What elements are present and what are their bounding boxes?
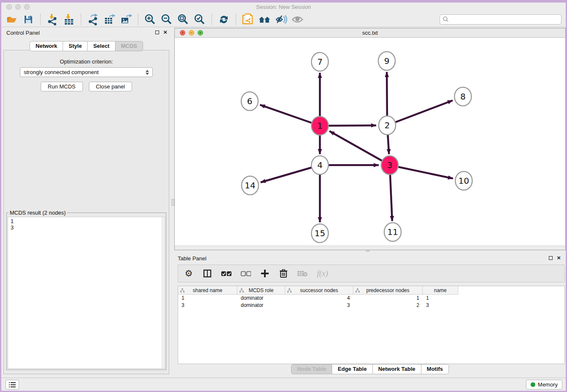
toolbar-separator: [81, 14, 81, 25]
settings-gear-icon[interactable]: ⚙: [184, 268, 193, 279]
node-2[interactable]: 2: [379, 116, 396, 135]
close-panel-button[interactable]: Close panel: [89, 82, 132, 91]
task-history-button[interactable]: [6, 380, 19, 389]
table-cell[interactable]: 1: [353, 295, 423, 302]
mcds-panel: Optimization criterion: strongly connect…: [3, 50, 169, 374]
optimization-criterion-select[interactable]: strongly connected component: [20, 67, 153, 77]
column-header-predecessor-nodes[interactable]: predecessor nodes: [353, 286, 423, 295]
tab-mcds[interactable]: MCDS: [116, 41, 143, 51]
tab-node-table[interactable]: Node Table: [291, 364, 332, 374]
node-table[interactable]: shared nameMCDS rolesuccessor nodesprede…: [178, 286, 565, 364]
float-panel-icon[interactable]: [155, 30, 159, 34]
close-table-panel-icon[interactable]: ×: [557, 255, 561, 260]
close-panel-icon[interactable]: ×: [163, 30, 167, 35]
node-11[interactable]: 11: [384, 223, 401, 241]
show-column-panel-icon[interactable]: [203, 268, 212, 279]
import-table-icon[interactable]: [63, 13, 75, 26]
table-cell[interactable]: 4: [285, 295, 353, 302]
table-cell[interactable]: dominator: [237, 302, 285, 309]
create-column-icon[interactable]: [260, 268, 270, 279]
tab-style[interactable]: Style: [63, 41, 88, 51]
export-table-icon[interactable]: [103, 13, 116, 26]
show-all-icon: [291, 13, 304, 26]
table-cell[interactable]: 3: [423, 302, 458, 309]
export-network-icon[interactable]: [87, 13, 99, 26]
node-4[interactable]: 4: [311, 156, 328, 174]
column-header-shared-name[interactable]: shared name: [178, 286, 237, 295]
vertical-splitter[interactable]: [171, 27, 174, 375]
edge-1-6[interactable]: [260, 105, 320, 126]
search-box[interactable]: [440, 14, 561, 25]
table-cell[interactable]: 3: [285, 302, 353, 309]
column-header-name[interactable]: name: [423, 286, 458, 295]
node-9[interactable]: 9: [378, 52, 395, 70]
zoom-out-icon[interactable]: [160, 13, 173, 26]
memory-button[interactable]: Memory: [526, 380, 562, 389]
result-scrollbar[interactable]: [162, 217, 165, 368]
node-6[interactable]: 6: [241, 92, 258, 110]
edge-4-14[interactable]: [261, 165, 320, 182]
tab-edge-table[interactable]: Edge Table: [332, 364, 372, 374]
network-window-titlebar: × − + scc.txt: [175, 28, 565, 38]
splitter-grip[interactable]: [171, 199, 174, 206]
table-cell[interactable]: 1: [423, 295, 458, 302]
svg-text:6: 6: [247, 96, 253, 106]
import-network-icon[interactable]: [46, 13, 59, 26]
tab-motifs[interactable]: Motifs: [421, 364, 449, 374]
svg-text:4: 4: [317, 160, 323, 170]
svg-text:15: 15: [314, 228, 325, 238]
table-panel-title: Table Panel: [178, 255, 206, 262]
node-15[interactable]: 15: [311, 224, 328, 243]
table-panel: Table Panel × ⚙ f(x): [174, 252, 566, 375]
run-mcds-button[interactable]: Run MCDS: [41, 82, 83, 91]
tab-network-table[interactable]: Network Table: [373, 364, 421, 374]
control-panel-controls: ×: [155, 30, 167, 35]
control-panel: Control Panel × NetworkStyleSelectMCDS O…: [1, 27, 171, 375]
table-cell[interactable]: dominator: [237, 295, 285, 302]
node-1[interactable]: 1: [311, 116, 328, 135]
edge-3-1[interactable]: [330, 131, 390, 165]
search-input[interactable]: [451, 16, 559, 22]
save-session-icon[interactable]: [22, 13, 35, 26]
delete-row-icon[interactable]: [279, 268, 288, 279]
zoom-fit-icon[interactable]: [177, 13, 190, 26]
optimization-criterion-label: Optimization criterion:: [4, 58, 169, 65]
toolbar-separator: [138, 14, 138, 25]
edge-3-10[interactable]: [390, 165, 453, 179]
open-session-icon[interactable]: [6, 13, 18, 26]
table-panel-tabs: Node TableEdge TableNetwork TableMotifs: [174, 364, 566, 374]
table-toolbar: ⚙ f(x): [178, 265, 565, 282]
refresh-layout-icon[interactable]: [217, 13, 230, 26]
table-row[interactable]: 3dominator323: [178, 302, 564, 309]
network-canvas[interactable]: 7968124314101511: [175, 38, 565, 246]
column-header-successor-nodes[interactable]: successor nodes: [285, 286, 353, 295]
export-image-icon[interactable]: [120, 13, 132, 26]
float-table-panel-icon[interactable]: [549, 256, 553, 260]
table-row[interactable]: 1dominator411: [178, 295, 564, 302]
hide-selected-icon[interactable]: [275, 13, 287, 26]
table-cell[interactable]: 1: [178, 295, 237, 302]
tab-network[interactable]: Network: [30, 41, 63, 51]
node-7[interactable]: 7: [311, 52, 328, 71]
tab-select[interactable]: Select: [88, 41, 115, 51]
deselect-all-icon[interactable]: [241, 268, 251, 279]
select-all-icon[interactable]: [221, 268, 231, 279]
edge-2-8[interactable]: [387, 100, 453, 125]
node-table-body: 1dominator4113dominator323: [178, 295, 564, 309]
column-header-MCDS-role[interactable]: MCDS role: [237, 286, 285, 295]
node-8[interactable]: 8: [454, 87, 471, 106]
memory-status-icon: [531, 382, 535, 387]
table-cell[interactable]: 2: [353, 302, 423, 309]
zoom-selected-icon[interactable]: [193, 13, 206, 26]
zoom-in-icon[interactable]: [144, 13, 157, 26]
node-3[interactable]: 3: [381, 156, 398, 174]
mcds-result-text: 1 3: [8, 217, 165, 369]
first-neighbors-icon[interactable]: [258, 13, 271, 26]
node-14[interactable]: 14: [242, 176, 259, 195]
new-network-from-selection-icon[interactable]: [242, 13, 254, 26]
node-10[interactable]: 10: [455, 171, 472, 190]
desktop-frame: Session: New Session: [0, 0, 567, 392]
table-cell[interactable]: 3: [178, 302, 237, 309]
control-panel-tabs: NetworkStyleSelectMCDS: [1, 41, 171, 51]
svg-text:1: 1: [317, 121, 323, 131]
